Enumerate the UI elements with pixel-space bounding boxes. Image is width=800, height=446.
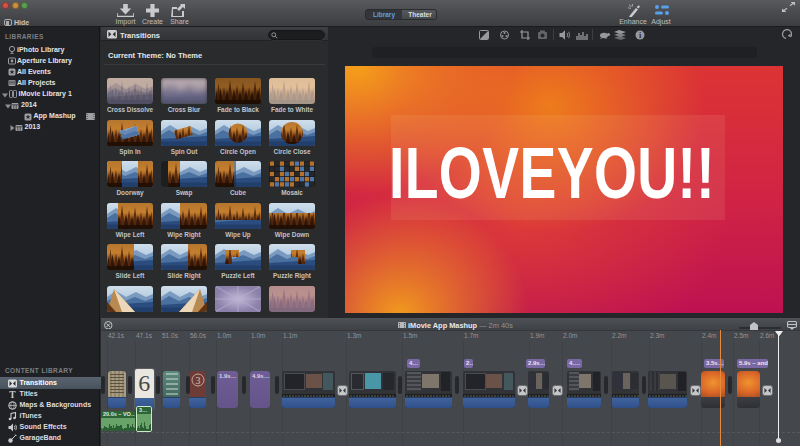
svg-text:3: 3 — [196, 375, 201, 386]
svg-text:T: T — [9, 390, 16, 399]
